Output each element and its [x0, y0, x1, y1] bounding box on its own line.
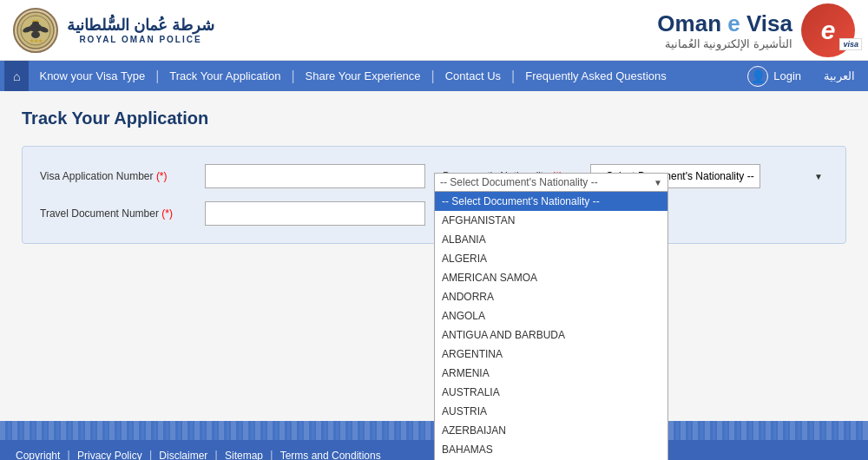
travel-doc-row: Travel Document Number (*) [40, 201, 425, 226]
dropdown-option-ag[interactable]: ANTIGUA AND BARBUDA [435, 325, 667, 345]
page-header: ★★★ شرطة عُمان السُّلطانية ROYAL OMAN PO… [0, 0, 868, 61]
nav-know-visa[interactable]: Know your Visa Type [29, 69, 155, 82]
oman-evisa-logo: Oman e Visa التأشيرة الإلكترونية العُمان… [657, 10, 792, 50]
dropdown-open-container[interactable]: -- Select Document's Nationality -- ▼ --… [434, 173, 668, 460]
nav-right: 👤 Login العربية [747, 66, 864, 87]
dropdown-option-default[interactable]: -- Select Document's Nationality -- [435, 192, 667, 211]
police-text: شرطة عُمان السُّلطانية ROYAL OMAN POLICE [67, 16, 214, 44]
brand-visa: Visa [740, 10, 792, 36]
nav-items: Know your Visa Type | Track Your Applica… [29, 69, 747, 84]
header-left: ★★★ شرطة عُمان السُّلطانية ROYAL OMAN PO… [13, 8, 214, 53]
dropdown-option-bs[interactable]: BAHAMAS [435, 440, 667, 459]
brand-e: e [727, 10, 740, 36]
dropdown-option-az[interactable]: AZERBAIJAN [435, 421, 667, 440]
arabic-toggle[interactable]: العربية [824, 69, 864, 82]
nav-contact[interactable]: Contact Us [435, 69, 511, 82]
dropdown-option-ad[interactable]: ANDORRA [435, 287, 667, 306]
visa-app-label: Visa Application Number (*) [40, 170, 196, 182]
travel-doc-label: Travel Document Number (*) [40, 207, 196, 220]
arabic-logo-text: شرطة عُمان السُّلطانية [67, 16, 214, 35]
footer-terms[interactable]: Terms and Conditions [273, 450, 388, 461]
dropdown-option-au[interactable]: AUSTRALIA [435, 383, 667, 402]
brand-oman: Oman [657, 10, 727, 36]
form-left: Visa Application Number (*) Travel Docum… [40, 164, 425, 226]
page-title: Track Your Application [22, 108, 846, 128]
visa-text: visa [839, 38, 862, 50]
dropdown-option-dz[interactable]: ALGERIA [435, 249, 667, 268]
police-logo: ★★★ [13, 8, 58, 53]
brand-arabic: التأشيرة الإلكترونية العُمانية [665, 37, 792, 50]
header-right: Oman e Visa التأشيرة الإلكترونية العُمان… [657, 3, 855, 57]
travel-doc-input[interactable] [205, 201, 425, 226]
nav-track-app[interactable]: Track Your Application [159, 69, 291, 82]
dropdown-selected-text: -- Select Document's Nationality -- [440, 176, 598, 188]
footer-privacy[interactable]: Privacy Policy [70, 450, 149, 461]
dropdown-option-at[interactable]: AUSTRIA [435, 402, 667, 421]
login-button[interactable]: Login [773, 69, 801, 82]
visa-app-row: Visa Application Number (*) [40, 164, 425, 188]
dropdown-top-bar: -- Select Document's Nationality -- ▼ [435, 174, 667, 192]
english-police-text: ROYAL OMAN POLICE [79, 35, 201, 44]
dropdown-option-al[interactable]: ALBANIA [435, 230, 667, 249]
dropdown-option-as[interactable]: AMERICAN SAMOA [435, 268, 667, 287]
form-container: Visa Application Number (*) Travel Docum… [22, 146, 846, 244]
nav-share-exp[interactable]: Share Your Experience [295, 69, 431, 82]
evisa-logo-badge: e visa [801, 3, 855, 57]
user-icon: 👤 [747, 66, 768, 87]
dropdown-option-ao[interactable]: ANGOLA [435, 306, 667, 325]
svg-point-3 [31, 31, 40, 38]
dropdown-scroll[interactable]: -- Select Document's Nationality -- AFGH… [435, 192, 667, 460]
dropdown-option-ar[interactable]: ARGENTINA [435, 345, 667, 364]
visa-app-number-input[interactable] [205, 164, 425, 188]
main-content: Track Your Application Visa Application … [0, 91, 868, 421]
dropdown-option-af[interactable]: AFGHANISTAN [435, 211, 667, 230]
footer-copyright[interactable]: Copyright [9, 450, 67, 461]
required-star-1: (*) [156, 170, 168, 182]
brand-title: Oman e Visa [657, 10, 792, 37]
footer-disclaimer[interactable]: Disclaimer [152, 450, 214, 461]
dropdown-option-am[interactable]: ARMENIA [435, 364, 667, 383]
main-nav: ⌂ Know your Visa Type | Track Your Appli… [0, 61, 868, 91]
home-button[interactable]: ⌂ [4, 61, 29, 91]
required-star-2: (*) [161, 207, 173, 220]
nav-faq[interactable]: Frequently Asked Questions [515, 69, 677, 82]
footer-sitemap[interactable]: Sitemap [218, 450, 270, 461]
dropdown-arrow: ▼ [654, 178, 662, 187]
svg-point-6 [32, 21, 39, 28]
svg-text:★★★: ★★★ [30, 38, 43, 43]
